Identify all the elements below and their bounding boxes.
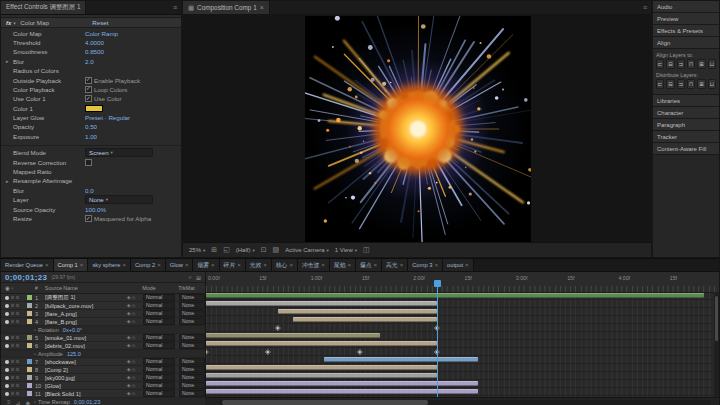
blend-mode-select[interactable]: Normal <box>143 366 175 373</box>
blend-mode-select[interactable]: Normal <box>143 374 175 381</box>
pixel-aspect-icon[interactable]: ◫ <box>363 246 370 254</box>
layer-name[interactable]: [Comp 2] <box>45 367 127 373</box>
audio-icon[interactable] <box>11 296 14 299</box>
effect-controls-tab[interactable]: Effect Controls 调整图层 1 <box>1 1 86 14</box>
layer-row[interactable]: 5[smoke_01.mov]◆ ◇NormalNone <box>1 334 205 342</box>
solo-icon[interactable] <box>16 312 19 315</box>
keyframe-diamond[interactable] <box>275 325 280 330</box>
track-row[interactable] <box>206 372 719 380</box>
stopwatch-icon[interactable]: ◔ <box>31 351 38 357</box>
blend-mode-select[interactable]: Normal <box>143 358 175 365</box>
layer-duration-bar[interactable] <box>324 357 478 362</box>
twirl-icon[interactable]: ▾ <box>13 20 20 26</box>
dock-section-content-aware-fill[interactable]: Content-Aware Fill <box>653 143 719 155</box>
close-icon[interactable]: × <box>211 262 215 268</box>
cti-handle[interactable] <box>434 280 441 287</box>
effect-row[interactable]: Smoothness0.8500 <box>1 47 181 56</box>
solo-icon[interactable] <box>16 368 19 371</box>
effect-row[interactable]: ▸Resample Afterimage <box>1 176 181 185</box>
checkbox[interactable] <box>85 77 92 84</box>
layer-name[interactable]: [sky000.jpg] <box>45 375 127 381</box>
audio-icon[interactable] <box>11 304 14 307</box>
trkmat-select[interactable]: None <box>179 358 205 365</box>
close-icon[interactable]: × <box>263 262 267 268</box>
track-row[interactable] <box>206 332 719 340</box>
composition-canvas[interactable] <box>183 14 651 243</box>
audio-icon[interactable] <box>11 392 14 395</box>
layer-label-color[interactable] <box>27 383 32 388</box>
effect-property-value[interactable]: Enable Playback <box>85 77 181 84</box>
layer-duration-bar[interactable] <box>278 309 437 314</box>
solo-icon[interactable] <box>16 336 19 339</box>
distribute-button-2[interactable]: ⊐ <box>677 79 685 89</box>
blend-mode-select[interactable]: Normal <box>143 302 175 309</box>
effect-row[interactable]: ▸Blur2.0 <box>1 57 181 66</box>
eye-icon[interactable] <box>5 320 9 324</box>
effect-property-value[interactable]: Color Ramp <box>85 30 181 37</box>
solo-icon[interactable] <box>16 296 19 299</box>
trkmat-select[interactable]: None <box>179 366 205 373</box>
layer-duration-bar[interactable] <box>206 301 437 306</box>
audio-icon[interactable] <box>11 376 14 379</box>
layer-row[interactable]: 2[fullpack_core.mov]◆ ◇NormalNone <box>1 302 205 310</box>
property-value[interactable]: 0x+0.0° <box>63 327 82 333</box>
effect-property-value[interactable]: 0.0 <box>85 187 181 194</box>
viewer-menu-icon[interactable]: ≡ <box>639 1 651 14</box>
effect-property-value[interactable]: Reset <box>92 19 181 26</box>
align-button-5[interactable]: ⊔ <box>708 59 716 69</box>
layer-switches[interactable]: ◆ ◇ <box>127 391 143 396</box>
layer-switches[interactable]: ◆ ◇ <box>127 311 143 316</box>
source-name-header[interactable]: Source Name <box>45 285 127 291</box>
layer-name[interactable]: [smoke_01.mov] <box>45 335 127 341</box>
layer-label-color[interactable] <box>27 375 32 380</box>
layer-label-color[interactable] <box>27 335 32 340</box>
zoom-select[interactable]: 25%▾ <box>189 247 205 253</box>
layer-name[interactable]: [debris_02.mov] <box>45 343 127 349</box>
effect-row[interactable]: Color 1 <box>1 104 181 113</box>
effect-row[interactable]: Blur0.0 <box>1 186 181 195</box>
track-row[interactable] <box>206 292 719 300</box>
layer-duration-bar[interactable] <box>206 333 380 338</box>
effect-row[interactable]: Source Opacity100.0% <box>1 204 181 213</box>
solo-icon[interactable] <box>16 360 19 363</box>
layer-label-color[interactable] <box>27 295 32 300</box>
eye-icon[interactable] <box>5 296 9 300</box>
layer-row[interactable]: 10[Glow]◆ ◇NormalNone <box>1 382 205 390</box>
effect-property-value[interactable]: Use Color <box>85 95 181 102</box>
layer-label-color[interactable] <box>27 391 32 396</box>
layer-label-color[interactable] <box>27 311 32 316</box>
audio-icon[interactable] <box>11 368 14 371</box>
align-button-2[interactable]: ⊐ <box>677 59 685 69</box>
layer-label-color[interactable] <box>27 343 32 348</box>
layer-row[interactable]: 1[调整图层 1]◆ ◇NormalNone <box>1 294 205 302</box>
close-icon[interactable]: × <box>321 262 325 268</box>
eye-icon[interactable] <box>5 376 9 380</box>
layer-switches[interactable]: ◆ ◇ <box>127 375 143 380</box>
layer-switches[interactable]: ◆ ◇ <box>127 319 143 324</box>
trkmat-header[interactable]: TrkMat <box>178 285 205 291</box>
effect-property-value[interactable]: 0.8500 <box>85 48 181 55</box>
align-button-3[interactable]: ⊓ <box>687 59 695 69</box>
audio-icon[interactable] <box>11 384 14 387</box>
expand-layers-icon[interactable]: ≡ <box>7 399 11 405</box>
dock-section-effects-presets[interactable]: Effects & Presets <box>653 25 719 37</box>
checkbox[interactable] <box>85 95 92 102</box>
close-icon[interactable]: × <box>157 262 161 268</box>
layer-switches[interactable]: ◆ ◇ <box>127 335 143 340</box>
layer-label-color[interactable] <box>27 319 32 324</box>
trkmat-select[interactable]: None <box>179 374 205 381</box>
panel-menu-icon[interactable]: ≡ <box>169 1 181 14</box>
layer-switches[interactable]: ◆ ◇ <box>127 303 143 308</box>
track-row[interactable] <box>206 340 719 348</box>
keyframe-diamond[interactable] <box>206 349 208 354</box>
effect-row[interactable]: Threshold4.0000 <box>1 38 181 47</box>
layer-row[interactable]: 3[flare_A.png]◆ ◇NormalNone <box>1 310 205 318</box>
audio-icon[interactable] <box>11 312 14 315</box>
eye-icon[interactable] <box>5 360 9 364</box>
track-row[interactable] <box>206 324 719 332</box>
solo-icon[interactable] <box>16 344 19 347</box>
align-button-4[interactable]: ⊞ <box>697 59 705 69</box>
twirl-icon[interactable]: ▸ <box>6 58 13 64</box>
layer-switches[interactable]: ◆ ◇ <box>127 367 143 372</box>
close-icon[interactable]: × <box>400 262 404 268</box>
